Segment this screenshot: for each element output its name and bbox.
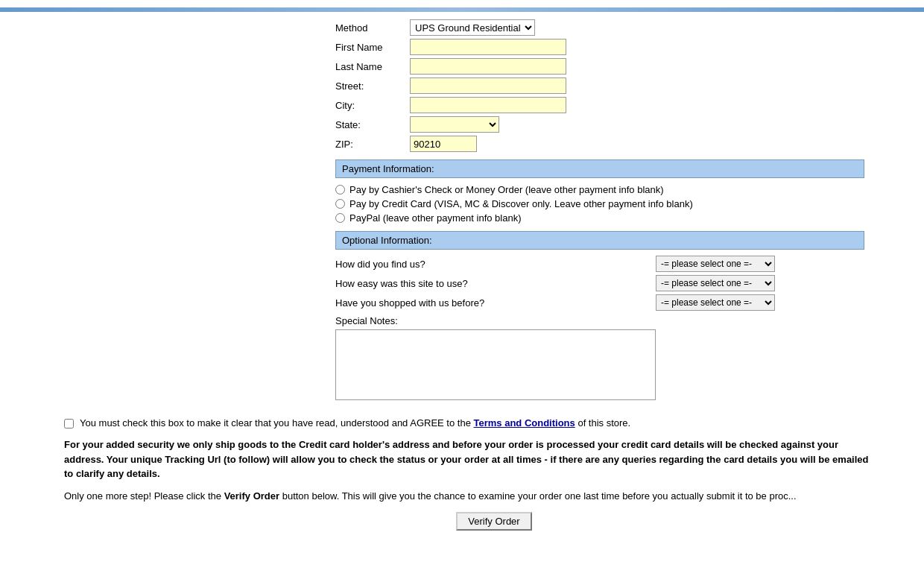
find-us-label: How did you find us?	[335, 259, 656, 270]
zip-row: ZIP:	[335, 136, 864, 152]
first-name-row: First Name	[335, 39, 864, 55]
street-row: Street:	[335, 78, 864, 94]
optional-section: How did you find us? -= please select on…	[335, 256, 864, 402]
ease-select[interactable]: -= please select one =-	[656, 275, 775, 291]
first-name-input[interactable]	[410, 39, 566, 55]
special-notes-label: Special Notes:	[335, 315, 864, 326]
city-row: City:	[335, 97, 864, 113]
page-container: Method UPS Ground Residential UPS 2nd Da…	[0, 0, 924, 553]
terms-row: You must check this box to make it clear…	[64, 417, 924, 429]
terms-text: You must check this box to make it clear…	[80, 417, 630, 429]
last-name-input[interactable]	[410, 58, 566, 75]
verify-order-button[interactable]: Verify Order	[456, 512, 531, 531]
payment-option-check: Pay by Cashier's Check or Money Order (l…	[335, 184, 864, 195]
first-name-label: First Name	[335, 42, 410, 53]
method-row: Method UPS Ground Residential UPS 2nd Da…	[335, 19, 864, 36]
street-label: Street:	[335, 80, 410, 92]
terms-checkbox[interactable]	[64, 419, 74, 429]
payment-radio-credit[interactable]	[335, 199, 345, 209]
city-label: City:	[335, 100, 410, 111]
state-label: State:	[335, 119, 410, 130]
optional-row-ease: How easy was this site to use? -= please…	[335, 275, 864, 291]
payment-options: Pay by Cashier's Check or Money Order (l…	[335, 184, 864, 224]
ease-dropdown: -= please select one =-	[656, 275, 775, 291]
shopped-label: Have you shopped with us before?	[335, 297, 656, 309]
payment-option-credit: Pay by Credit Card (VISA, MC & Discover …	[335, 198, 864, 209]
form-section: Method UPS Ground Residential UPS 2nd Da…	[0, 19, 924, 402]
payment-option-paypal: PayPal (leave other payment info blank)	[335, 212, 864, 224]
terms-section: You must check this box to make it clear…	[0, 402, 924, 538]
payment-radio-check[interactable]	[335, 185, 345, 195]
security-text: For your added security we only ship goo…	[64, 437, 924, 481]
last-name-row: Last Name	[335, 58, 864, 75]
last-name-label: Last Name	[335, 61, 410, 72]
payment-option-paypal-label: PayPal (leave other payment info blank)	[349, 212, 522, 224]
method-label: Method	[335, 22, 410, 34]
zip-label: ZIP:	[335, 139, 410, 150]
optional-row-find-us: How did you find us? -= please select on…	[335, 256, 864, 272]
terms-link[interactable]: Terms and Conditions	[474, 417, 575, 429]
state-select[interactable]: ALAKAZAR CACOCTDE FLGAHIID ILINIAKS KYLA…	[410, 116, 499, 133]
payment-option-credit-label: Pay by Credit Card (VISA, MC & Discover …	[349, 198, 693, 209]
optional-row-shopped: Have you shopped with us before? -= plea…	[335, 294, 864, 311]
payment-radio-paypal[interactable]	[335, 213, 345, 223]
verify-button-container: Verify Order	[64, 512, 924, 531]
method-select[interactable]: UPS Ground Residential UPS 2nd Day Air U…	[410, 19, 535, 36]
verify-text: Only one more step! Please click the Ver…	[64, 490, 924, 502]
special-notes-textarea[interactable]	[335, 329, 656, 400]
find-us-dropdown: -= please select one =-	[656, 256, 775, 272]
ease-label: How easy was this site to use?	[335, 278, 656, 289]
payment-info-header: Payment Information:	[335, 159, 864, 178]
street-input[interactable]	[410, 78, 566, 94]
find-us-select[interactable]: -= please select one =-	[656, 256, 775, 272]
shopped-dropdown: -= please select one =-	[656, 294, 775, 311]
payment-option-check-label: Pay by Cashier's Check or Money Order (l…	[349, 184, 664, 195]
state-row: State: ALAKAZAR CACOCTDE FLGAHIID ILINIA…	[335, 116, 864, 133]
optional-info-header: Optional Information:	[335, 231, 864, 250]
city-input[interactable]	[410, 97, 566, 113]
top-bar	[0, 7, 924, 12]
shopped-select[interactable]: -= please select one =-	[656, 294, 775, 311]
zip-input[interactable]	[410, 136, 477, 152]
